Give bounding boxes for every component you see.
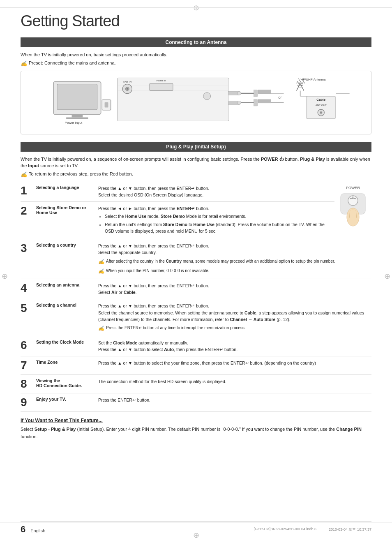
- svg-rect-24: [254, 99, 258, 106]
- antenna-intro: When the TV is initially powered on, bas…: [21, 51, 371, 58]
- reset-desc-text2: (Initial Setup). Enter your 4 digit PIN …: [76, 427, 337, 432]
- antenna-note: ✍ Preset: Connecting the mains and anten…: [21, 60, 371, 67]
- power-hand-svg: [339, 192, 367, 226]
- step-5-note-icon: ✍: [98, 325, 104, 333]
- input-bold: Input: [28, 163, 39, 168]
- svg-rect-5: [105, 102, 108, 107]
- step-5-note: ✍ Press the ENTER↵ button at any time to…: [98, 325, 368, 333]
- footer-file: [GER-ITA]BN68-02542B-00L04.indb 6: [254, 527, 316, 532]
- svg-text:ANT OUT: ANT OUT: [316, 103, 327, 106]
- svg-point-16: [203, 92, 211, 100]
- svg-text:VHF/UHF Antenna: VHF/UHF Antenna: [298, 77, 326, 81]
- step-4-row: 4 Selecting an antenna Press the ▲ or ▼ …: [21, 279, 371, 299]
- reset-desc-text1: Select: [21, 427, 35, 432]
- plug-play-section-header: Plug & Play (Initial Setup): [21, 142, 371, 152]
- step-1-num: 1: [21, 182, 33, 202]
- step-9-title: Enjoy your TV.: [33, 393, 97, 412]
- svg-rect-15: [150, 83, 173, 90]
- svg-text:HDMI IN: HDMI IN: [157, 79, 166, 82]
- page-title: Getting Started: [21, 12, 371, 30]
- reset-section: If You Want to Reset This Feature... Sel…: [21, 418, 371, 440]
- power-label: POWER: [334, 186, 371, 190]
- plug-play-intro-text4: source is set to TV.: [39, 163, 78, 168]
- step-8-num: 8: [21, 375, 33, 393]
- step-7-desc: Press the ▲ or ▼ button to select the yo…: [97, 356, 371, 375]
- step-9-num: 9: [21, 393, 33, 412]
- reset-desc: Select Setup - Plug & Play (Initial Setu…: [21, 426, 371, 440]
- svg-rect-25: [258, 90, 271, 93]
- note-icon-2: ✍: [21, 171, 27, 178]
- plug-play-intro: When the TV is initially powered on, a s…: [21, 156, 371, 169]
- step-1-desc: Press the ▲ or ▼ button, then press the …: [97, 182, 334, 202]
- antenna-diagram-svg: Power Input ANT IN HDMI IN: [28, 76, 364, 129]
- step-2-row: 2 Selecting Store Demo or Home Use Press…: [21, 202, 371, 239]
- step-9-row: 9 Enjoy your TV. Press the ENTER↵ button…: [21, 393, 371, 412]
- step-4-num: 4: [21, 279, 33, 299]
- reset-title: If You Want to Reset This Feature...: [21, 418, 371, 423]
- step-3-note-icon2: ✍: [98, 268, 104, 275]
- step-6-num: 6: [21, 336, 33, 356]
- antenna-diagram: Power Input ANT IN HDMI IN: [21, 71, 371, 134]
- svg-rect-1: [57, 84, 97, 109]
- step-3-note-text1: After selecting the country in the Count…: [106, 258, 335, 265]
- reset-bold1: Setup - Plug & Play: [35, 427, 76, 432]
- step-2-desc: Press the ◄ or ► button, then press the …: [97, 202, 334, 239]
- svg-text:ANT IN: ANT IN: [123, 80, 131, 83]
- step-7-row: 7 Time Zone Press the ▲ or ▼ button to s…: [21, 356, 371, 375]
- right-crosshair: ⊕: [384, 272, 390, 281]
- step-5-note-text: Press the ENTER↵ button at any time to i…: [106, 325, 246, 331]
- step-2-title: Selecting Store Demo or Home Use: [33, 202, 97, 239]
- step-1-image-cell: POWER: [334, 182, 371, 239]
- step-7-num: 7: [21, 356, 33, 375]
- plug-play-intro-text1: When the TV is initially powered on, a s…: [21, 157, 261, 162]
- reset-bold2: Change PIN: [336, 427, 362, 432]
- reset-desc-text3: function.: [21, 434, 38, 439]
- footer: 6 English [GER-ITA]BN68-02542B-00L04.ind…: [21, 521, 371, 535]
- step-6-row: 6 Setting the Clock Mode Set the Clock M…: [21, 336, 371, 356]
- step-5-row: 5 Selecting a channel Press the ▲ or ▼ b…: [21, 299, 371, 336]
- svg-point-18: [238, 91, 241, 95]
- step-3-note-icon1: ✍: [98, 258, 104, 266]
- step-5-desc: Press the ▲ or ▼ button, then press the …: [97, 299, 371, 336]
- top-rule: [0, 7, 392, 8]
- plug-play-intro-text2: button.: [285, 157, 300, 162]
- step-5-title: Selecting a channel: [33, 299, 97, 336]
- step-6-desc: Set the Clock Mode automatically or manu…: [97, 336, 371, 356]
- svg-rect-2: [72, 114, 83, 117]
- svg-point-13: [127, 88, 128, 90]
- step-4-title: Selecting an antenna: [33, 279, 97, 299]
- step-9-desc: Press the ENTER↵ button.: [97, 393, 371, 412]
- left-crosshair: ⊕: [2, 272, 8, 281]
- footer-date: 2010-03-04 오후 10:37:37: [329, 527, 371, 532]
- step-6-title: Setting the Clock Mode: [33, 336, 97, 356]
- step-5-num: 5: [21, 299, 33, 336]
- top-crosshair: ⊕: [193, 3, 199, 12]
- power-bold: POWER: [261, 157, 278, 162]
- step-4-desc: Press the ▲ or ▼ button, then press the …: [97, 279, 371, 299]
- svg-rect-20: [254, 90, 258, 96]
- step-1-row: 1 Selecting a language Press the ▲ or ▼ …: [21, 182, 371, 202]
- note-icon-1: ✍: [21, 60, 27, 67]
- step-3-note1: ✍ After selecting the country in the Cou…: [98, 258, 368, 266]
- step-8-row: 8 Viewing theHD Connection Guide. The co…: [21, 375, 371, 393]
- step-3-num: 3: [21, 239, 33, 279]
- antenna-note-text: Preset: Connecting the mains and antenna…: [29, 60, 116, 65]
- svg-text:or: or: [278, 95, 282, 99]
- step-2-num: 2: [21, 202, 33, 239]
- step-1-title: Selecting a language: [33, 182, 97, 202]
- step-8-title: Viewing theHD Connection Guide.: [33, 375, 97, 393]
- step-3-note2: ✍ When you input the PIN number, 0-0-0-0…: [98, 268, 368, 275]
- svg-point-52: [350, 210, 356, 213]
- steps-table: 1 Selecting a language Press the ▲ or ▼ …: [21, 182, 371, 412]
- svg-point-41: [321, 112, 322, 113]
- footer-language: English: [30, 528, 45, 533]
- footer-page-num: 6: [21, 524, 25, 535]
- step-3-title: Selecting a country: [33, 239, 97, 279]
- svg-text:Power Input: Power Input: [65, 120, 83, 124]
- antenna-section-header: Connecting to an Antenna: [21, 37, 371, 47]
- plug-play-note-text: To return to the previous step, press th…: [29, 171, 133, 176]
- plug-play-bold: Plug & Play: [300, 157, 325, 162]
- step-3-row: 3 Selecting a country Press the ▲ or ▼ b…: [21, 239, 371, 279]
- power-symbol: ⏻: [278, 157, 285, 162]
- svg-rect-3: [66, 117, 88, 119]
